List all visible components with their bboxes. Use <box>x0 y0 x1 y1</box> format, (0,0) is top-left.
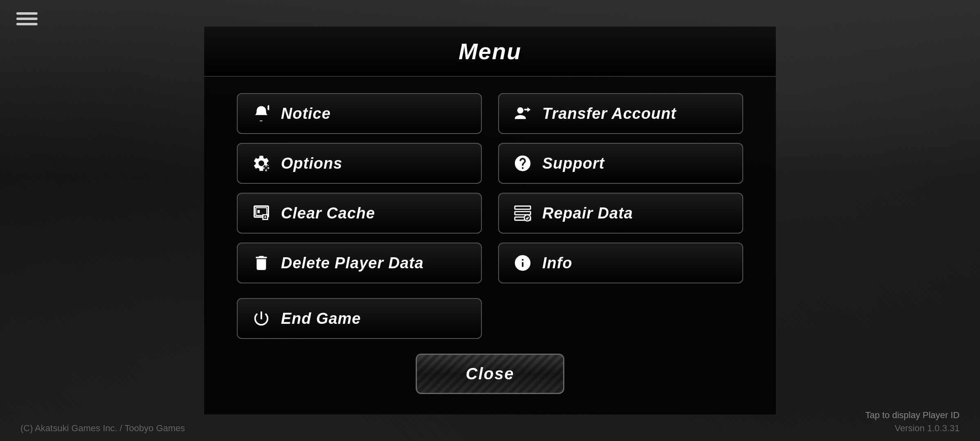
repair-data-label: Repair Data <box>542 205 633 222</box>
delete-player-data-button[interactable]: Delete Player Data <box>237 243 482 283</box>
copyright-text: (C) Akatsuki Games Inc. / Toobyo Games <box>20 423 185 434</box>
close-label: Close <box>466 365 514 383</box>
notice-icon <box>251 103 272 124</box>
svg-point-0 <box>517 107 523 114</box>
transfer-account-icon <box>512 103 533 124</box>
menu-container: Menu Notice <box>0 0 980 441</box>
support-label: Support <box>542 155 605 172</box>
tap-display-text[interactable]: Tap to display Player ID <box>865 410 960 421</box>
svg-rect-4 <box>515 206 530 209</box>
menu-title: Menu <box>204 38 776 65</box>
repair-data-icon <box>512 203 533 224</box>
notice-button[interactable]: Notice <box>237 93 482 134</box>
bottom-bar: (C) Akatsuki Games Inc. / Toobyo Games T… <box>0 403 980 441</box>
transfer-account-button[interactable]: Transfer Account <box>498 93 743 134</box>
end-game-label: End Game <box>281 310 361 327</box>
support-icon <box>512 153 533 174</box>
hamburger-button[interactable] <box>16 12 38 25</box>
info-label: Info <box>542 254 572 272</box>
notice-label: Notice <box>281 105 331 122</box>
menu-grid: Notice Transfer Account <box>204 93 776 283</box>
clear-cache-label: Clear Cache <box>281 205 375 222</box>
delete-player-data-label: Delete Player Data <box>281 254 424 272</box>
delete-player-data-icon <box>251 252 272 274</box>
repair-data-button[interactable]: Repair Data <box>498 193 743 234</box>
options-button[interactable]: Options <box>237 143 482 184</box>
options-label: Options <box>281 155 343 172</box>
close-button[interactable]: Close <box>416 354 565 394</box>
info-button[interactable]: Info <box>498 243 743 283</box>
clear-cache-button[interactable]: Clear Cache <box>237 193 482 234</box>
info-icon <box>512 252 533 274</box>
clear-cache-icon <box>251 203 272 224</box>
menu-title-bar: Menu <box>204 27 776 77</box>
options-icon <box>251 153 272 174</box>
end-game-button[interactable]: End Game <box>237 298 482 339</box>
support-button[interactable]: Support <box>498 143 743 184</box>
end-game-row: End Game <box>204 298 776 339</box>
close-row: Close <box>204 354 776 394</box>
end-game-icon <box>251 308 272 329</box>
transfer-account-label: Transfer Account <box>542 105 677 122</box>
menu-panel: Menu Notice <box>204 27 776 414</box>
version-text: Version 1.0.3.31 <box>895 423 960 434</box>
right-bottom: Tap to display Player ID Version 1.0.3.3… <box>865 410 960 434</box>
